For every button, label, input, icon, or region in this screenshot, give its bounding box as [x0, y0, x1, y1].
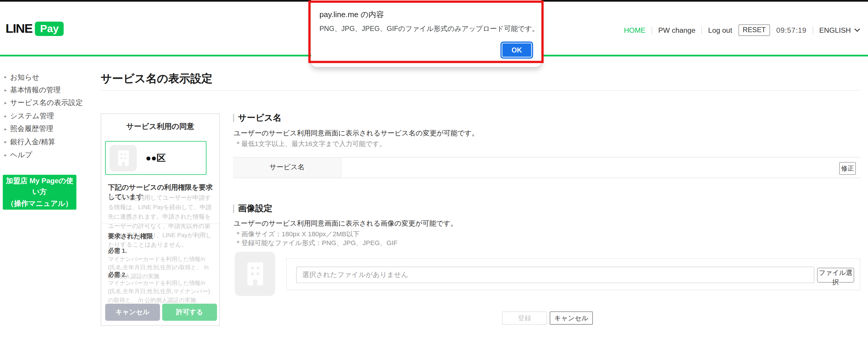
- heading-bar: [233, 205, 234, 213]
- preview-service-name: ●●区: [146, 142, 166, 174]
- sidebar-item-inquiry-history[interactable]: ▸照会履歴管理: [4, 123, 83, 135]
- permission-1-label: 必需 1.: [108, 247, 127, 255]
- chevron-down-icon: [854, 28, 860, 32]
- nav-logout-link[interactable]: Log out: [708, 26, 732, 34]
- consent-preview-card: サービス利用の同意 ●●区 下記のサービスの利用権限を要求しています サービスを…: [101, 113, 220, 326]
- image-format-note: ＊登録可能なファイル形式：PNG、JPG、JPEG、GIF: [235, 238, 397, 248]
- sidebar-item-basic-info-management[interactable]: ▸基本情報の管理: [4, 84, 83, 97]
- line-pay-merchant-page: LINE Pay HOME PW change Log out RESET 09…: [0, 0, 868, 346]
- triangle-bullet-icon: ▸: [4, 88, 7, 93]
- file-name-input[interactable]: [296, 267, 814, 283]
- preview-cancel-button[interactable]: キャンセル: [105, 304, 160, 321]
- image-settings-description: ユーザーのサービス利用同意画面に表示される画像の変更が可能です。: [234, 219, 457, 229]
- image-size-note: ＊画像サイズ：180px X 180px／2MB以下: [235, 230, 360, 239]
- session-timer: 09:57:19: [776, 26, 806, 34]
- image-settings-section-heading: 画像設定: [233, 203, 272, 214]
- language-label: ENGLISH: [819, 26, 851, 34]
- nav-home-link[interactable]: HOME: [624, 26, 645, 34]
- register-button[interactable]: 登録: [502, 311, 547, 325]
- privacy-note: サービスを利用してユーザーが申請する情報は、LINE Payを経由して、申請先に…: [108, 193, 214, 249]
- logo-line-text: LINE: [6, 21, 32, 36]
- page-title: サービス名の表示設定: [101, 71, 213, 86]
- sidebar-item-help[interactable]: ▸ヘルプ: [4, 148, 83, 161]
- service-name-row-label: サービス名: [233, 157, 342, 177]
- sidebar-item-announcements[interactable]: ▸お知らせ: [4, 71, 83, 84]
- permission-2-text: マイナンバーカードを利用した情報/n (氏名,生年月日,性別,住所,マイナンバー…: [108, 279, 214, 304]
- sidebar-item-bank-deposit-settlement[interactable]: ▸銀行入金/精算: [4, 135, 83, 148]
- manual-button-line2: （操作マニュアル）: [7, 199, 72, 207]
- heading-bar: [233, 114, 234, 122]
- edit-service-name-button[interactable]: 修正: [839, 162, 856, 174]
- nav-divider: [702, 26, 702, 34]
- nav-divider: [812, 26, 813, 34]
- title-divider: [101, 90, 861, 91]
- triangle-bullet-icon: ▸: [4, 152, 7, 157]
- service-name-section-heading: サービス名: [233, 112, 281, 124]
- card-divider: [101, 223, 219, 224]
- session-reset-button[interactable]: RESET: [738, 25, 770, 36]
- nav-divider: [652, 26, 652, 34]
- file-upload-container: ファイル選択: [286, 258, 860, 290]
- requested-permissions-heading: 要求された権限: [108, 233, 153, 241]
- line-pay-logo[interactable]: LINE Pay: [6, 21, 64, 36]
- permission-2-label: 必需 2.: [108, 271, 127, 279]
- preview-allow-button[interactable]: 許可する: [162, 304, 217, 321]
- alert-origin-title: pay.line.me の内容: [319, 10, 384, 20]
- building-icon: [110, 145, 137, 171]
- sidebar-item-system-management[interactable]: ▸システム管理: [4, 110, 83, 123]
- logo-pay-badge: Pay: [35, 21, 64, 36]
- header-nav: HOME PW change Log out RESET 09:57:19 EN…: [624, 25, 860, 36]
- service-identity-highlight-box: ●●区: [105, 141, 206, 175]
- browser-alert-dialog: pay.line.me の内容 PNG、JPG、JPEG、GIFのファイル形式の…: [311, 0, 541, 67]
- triangle-bullet-icon: ▸: [4, 114, 7, 118]
- triangle-bullet-icon: ▸: [4, 75, 7, 80]
- service-name-description: ユーザーのサービス利用同意画面に表示されるサービス名の変更が可能です。: [234, 129, 478, 138]
- sidebar-item-service-name-display[interactable]: ▸サービス名の表示設定: [4, 97, 83, 110]
- service-name-note: ＊最低1文字以上、最大16文字まで入力可能です。: [235, 140, 386, 149]
- service-name-row: サービス名 修正: [233, 157, 861, 178]
- nav-pw-change-link[interactable]: PW change: [658, 26, 695, 34]
- alert-message: PNG、JPG、JPEG、GIFのファイル形式のみアップロード可能です。: [319, 25, 539, 34]
- service-name-row-value: [342, 157, 839, 177]
- alert-ok-button[interactable]: OK: [500, 42, 533, 59]
- manual-button-line1: 加盟店 My Pageの使い方: [6, 177, 73, 196]
- triangle-bullet-icon: ▸: [4, 127, 7, 131]
- triangle-bullet-icon: ▸: [4, 140, 7, 144]
- file-select-button[interactable]: ファイル選択: [817, 268, 855, 283]
- sidebar-menu: ▸お知らせ ▸基本情報の管理 ▸サービス名の表示設定 ▸システム管理 ▸照会履歴…: [4, 71, 83, 161]
- triangle-bullet-icon: ▸: [4, 101, 7, 106]
- language-dropdown[interactable]: ENGLISH: [819, 26, 860, 34]
- consent-card-title: サービス利用の同意: [101, 122, 219, 132]
- current-image-building-icon: [235, 252, 275, 296]
- cancel-button[interactable]: キャンセル: [550, 311, 593, 325]
- my-page-manual-button[interactable]: 加盟店 My Pageの使い方 （操作マニュアル）: [3, 175, 76, 210]
